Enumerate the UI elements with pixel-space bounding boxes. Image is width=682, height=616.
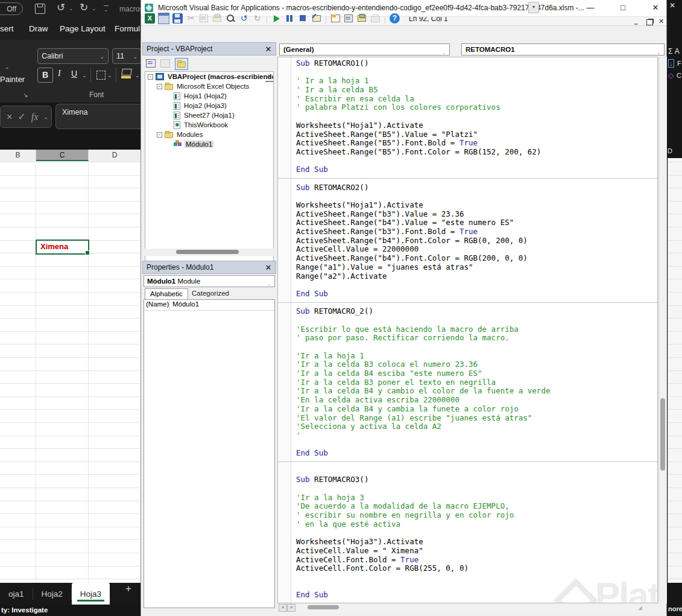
italic-button[interactable]: I	[58, 69, 61, 78]
project-explorer-icon[interactable]	[330, 13, 341, 24]
active-cell-c7[interactable]: Ximena	[36, 240, 89, 255]
tab-categorized[interactable]: Categorized	[187, 288, 234, 300]
tree-item-thisworkbook[interactable]: ThisWorkbook	[145, 120, 273, 130]
save-icon[interactable]	[35, 4, 45, 14]
design-mode-icon[interactable]	[311, 13, 321, 24]
font-dialog-launcher-icon[interactable]: ↘	[23, 92, 28, 98]
underline-chevron-icon[interactable]: ⌄	[82, 72, 87, 78]
font-size-select[interactable]: 11 ⌄	[112, 48, 141, 64]
autosum-icon[interactable]: Σ A	[668, 47, 680, 56]
sheet-tab-oja1[interactable]: oja1	[0, 583, 33, 605]
scrollbar-thumb[interactable]	[308, 605, 339, 609]
tree-item-modules[interactable]: -Modules	[145, 130, 273, 139]
paste-chevron-icon[interactable]: ⌄	[5, 64, 10, 70]
tree-item-vbaproject-macros-escribiendo-[interactable]: -VBAProject (macros-escribiendo-	[145, 72, 273, 81]
resize-grip-icon: ◢	[638, 605, 642, 611]
formula-bar-input[interactable]: Ximena	[55, 104, 141, 129]
break-icon[interactable]	[285, 13, 295, 24]
code-horizontal-scrollbar[interactable]: ≡ ≡	[277, 603, 666, 612]
autosave-toggle[interactable]: Off	[0, 2, 23, 15]
borders-chevron-icon[interactable]: ⌄	[107, 72, 112, 78]
undo-chevron-icon[interactable]: ⌄	[69, 5, 74, 11]
split-view-button[interactable]: ≡	[279, 604, 287, 612]
code-editor[interactable]: Platz Sub RETOMACRO1() ' Ir a la hoja 1'…	[277, 57, 658, 603]
chevron-down-icon[interactable]: ⌄	[43, 114, 48, 120]
cancel-icon[interactable]: ×	[7, 112, 12, 122]
tab-formulas[interactable]: Formul	[115, 24, 140, 33]
column-header-d[interactable]: D	[89, 150, 141, 161]
fill-down-icon[interactable]: ↓	[668, 59, 674, 68]
reset-icon[interactable]	[298, 13, 308, 24]
child-minimize-button[interactable]: ‗	[634, 17, 638, 24]
module-icon	[174, 141, 182, 148]
tab-draw[interactable]: Draw	[29, 24, 48, 33]
bold-button[interactable]: B	[37, 68, 53, 83]
minimize-button[interactable]: —	[580, 0, 601, 16]
fill-handle[interactable]	[85, 250, 90, 255]
sheet-tab-hoja3[interactable]: Hoja3	[72, 583, 110, 605]
object-dropdown[interactable]: (General)⌄	[279, 43, 450, 56]
redo-chevron-icon[interactable]: ⌄	[92, 5, 96, 11]
toolbar-overflow-icon[interactable]: ▾	[528, 2, 539, 13]
tree-horizontal-scrollbar[interactable]	[145, 249, 274, 256]
clear-icon[interactable]: ◇	[668, 71, 674, 80]
scrollbar-thumb[interactable]	[660, 398, 665, 471]
view-excel-icon[interactable]: X	[145, 13, 155, 24]
close-icon[interactable]: ✕	[263, 262, 274, 273]
view-code-icon[interactable]	[145, 58, 157, 69]
spreadsheet-grid[interactable]	[0, 162, 141, 583]
underline-button[interactable]: U	[71, 69, 77, 78]
object-select[interactable]: Módulo1 Module ⌄	[144, 275, 275, 287]
insert-userform-icon[interactable]	[158, 13, 169, 24]
redo-icon[interactable]: ↻	[80, 1, 88, 14]
format-painter-label[interactable]: Painter	[0, 75, 25, 84]
run-icon[interactable]	[271, 13, 282, 24]
tab-alphabetic[interactable]: Alphabetic	[145, 288, 188, 300]
tree-item-microsoft-excel-objects[interactable]: -Microsoft Excel Objects	[145, 81, 273, 91]
collapse-icon[interactable]: -	[157, 132, 162, 138]
find-icon[interactable]	[226, 13, 236, 24]
save-icon[interactable]	[172, 13, 183, 24]
undo-icon[interactable]: ↺	[239, 13, 249, 24]
split-view-button[interactable]: ≡	[287, 604, 295, 612]
add-sheet-button[interactable]: +	[125, 583, 131, 605]
tree-item-sheet27-hoja1-[interactable]: Sheet27 (Hoja1)	[145, 110, 273, 120]
child-close-button[interactable]: ✕	[658, 17, 664, 25]
fill-chevron-icon[interactable]: ⌄	[135, 72, 140, 78]
collapse-icon[interactable]: -	[157, 84, 162, 89]
excel-close-icon[interactable]: ✕	[669, 1, 675, 10]
column-header-c[interactable]: C	[36, 150, 89, 161]
view-object-icon[interactable]	[159, 58, 171, 69]
fill-color-icon[interactable]	[121, 69, 132, 75]
enter-icon[interactable]: ✓	[17, 111, 25, 122]
close-button[interactable]: ✕	[645, 0, 666, 16]
property-value[interactable]: Módulo1	[169, 300, 274, 310]
object-browser-icon[interactable]	[357, 13, 367, 24]
tab-insert[interactable]: sert	[0, 24, 14, 33]
fx-icon[interactable]: fx	[31, 112, 39, 122]
tree-item-m-dulo1[interactable]: Módulo1	[145, 139, 273, 149]
tree-item-label: Hoja2 (Hoja3)	[183, 102, 228, 109]
tab-page-layout[interactable]: Page Layout	[60, 24, 106, 33]
procedure-dropdown[interactable]: RETOMACRO1⌄	[461, 43, 665, 56]
collapse-icon[interactable]: -	[148, 74, 153, 80]
tree-item-hoja2-hoja3-[interactable]: Hoja2 (Hoja3)	[145, 101, 273, 110]
customize-qat-icon[interactable]: ⌄	[104, 5, 109, 13]
code-vertical-scrollbar[interactable]	[658, 57, 667, 603]
help-icon[interactable]: ?	[390, 13, 400, 24]
font-name-select[interactable]: Calibri ⌄	[37, 48, 109, 64]
tree-item-hoja1-hoja2-[interactable]: Hoja1 (Hoja2)	[145, 91, 273, 101]
tree-scroll-down-icon[interactable]: ▼	[265, 72, 273, 82]
scrollbar-thumb[interactable]	[176, 250, 239, 254]
procedure-separator	[296, 457, 657, 466]
close-icon[interactable]: ✕	[263, 44, 274, 54]
sheet-tab-hoja2[interactable]: Hoja2	[33, 583, 71, 605]
undo-icon[interactable]: ↺	[57, 1, 65, 14]
child-restore-icon[interactable]	[646, 19, 653, 25]
maximize-button[interactable]: □	[613, 0, 633, 16]
column-header-b[interactable]: B	[0, 150, 36, 161]
toggle-folders-icon[interactable]	[175, 58, 188, 70]
property-row[interactable]: (Name)Módulo1	[144, 300, 274, 311]
borders-icon[interactable]	[96, 71, 106, 80]
properties-window-icon[interactable]	[344, 13, 354, 24]
